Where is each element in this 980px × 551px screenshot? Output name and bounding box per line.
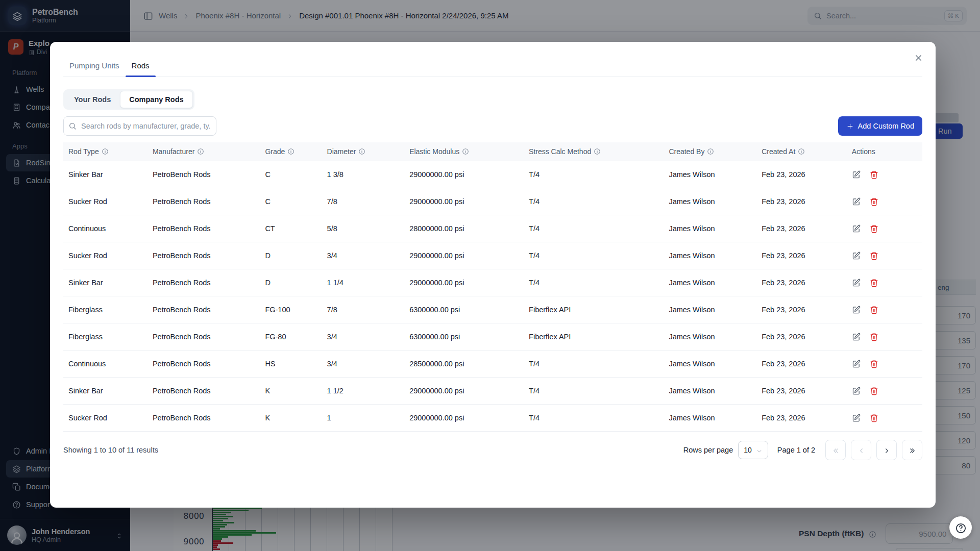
column-header-actions: Actions bbox=[847, 142, 922, 161]
delete-rod-button[interactable] bbox=[870, 169, 878, 180]
tab-pumping-units[interactable]: Pumping Units bbox=[63, 61, 126, 77]
info-icon bbox=[459, 147, 469, 156]
cell-stress_calc: T/4 bbox=[524, 242, 664, 269]
cell-created_at: Feb 23, 2026 bbox=[756, 242, 847, 269]
delete-rod-button[interactable] bbox=[870, 386, 878, 396]
rows-per-page-label: Rows per page bbox=[683, 446, 733, 454]
edit-rod-button[interactable] bbox=[852, 251, 861, 261]
rods-scope-toggle: Your Rods Company Rods bbox=[63, 89, 194, 110]
cell-created_at: Feb 23, 2026 bbox=[756, 350, 847, 378]
equipment-modal: Pumping Units Rods Your Rods Company Rod… bbox=[50, 42, 936, 508]
cell-grade: CT bbox=[260, 215, 322, 242]
cell-created_by: James Wilson bbox=[664, 242, 756, 269]
column-header-created-by: Created By bbox=[664, 142, 756, 161]
first-page-button[interactable] bbox=[825, 440, 846, 460]
cell-grade: FG-80 bbox=[260, 323, 322, 350]
close-icon bbox=[914, 52, 923, 63]
table-row: Sinker BarPetroBench RodsK1 1/229000000.… bbox=[63, 378, 922, 405]
cell-created_at: Feb 23, 2026 bbox=[756, 378, 847, 405]
edit-rod-button[interactable] bbox=[852, 278, 861, 288]
last-page-button[interactable] bbox=[902, 440, 922, 460]
info-icon bbox=[285, 147, 295, 156]
cell-created_by: James Wilson bbox=[664, 405, 756, 432]
delete-rod-button[interactable] bbox=[870, 305, 878, 315]
cell-elastic_modulus: 29000000.00 psi bbox=[404, 188, 524, 215]
edit-rod-button[interactable] bbox=[852, 169, 861, 180]
info-icon bbox=[99, 147, 109, 156]
cell-rod_type: Sucker Rod bbox=[63, 405, 148, 432]
table-row: Sucker RodPetroBench RodsC7/829000000.00… bbox=[63, 188, 922, 215]
edit-rod-button[interactable] bbox=[852, 196, 861, 207]
delete-rod-button[interactable] bbox=[870, 278, 878, 288]
edit-rod-button[interactable] bbox=[852, 413, 861, 423]
cell-created_at: Feb 23, 2026 bbox=[756, 269, 847, 296]
edit-rod-button[interactable] bbox=[852, 305, 861, 315]
subtab-your-rods[interactable]: Your Rods bbox=[65, 91, 120, 108]
delete-rod-button[interactable] bbox=[870, 251, 878, 261]
subtab-company-rods[interactable]: Company Rods bbox=[120, 91, 192, 108]
page-indicator: Page 1 of 2 bbox=[777, 446, 815, 454]
delete-rod-button[interactable] bbox=[870, 332, 878, 342]
cell-rod_type: Fiberglass bbox=[63, 296, 148, 323]
rod-search-input[interactable] bbox=[63, 116, 216, 136]
cell-grade: FG-100 bbox=[260, 296, 322, 323]
cell-manufacturer: PetroBench Rods bbox=[148, 161, 260, 188]
cell-manufacturer: PetroBench Rods bbox=[148, 378, 260, 405]
column-header-elastic-modulus: Elastic Modulus bbox=[404, 142, 524, 161]
next-page-button[interactable] bbox=[876, 440, 897, 460]
previous-page-button[interactable] bbox=[851, 440, 871, 460]
delete-rod-button[interactable] bbox=[870, 413, 878, 423]
close-button[interactable] bbox=[912, 50, 925, 65]
cell-grade: C bbox=[260, 188, 322, 215]
edit-rod-button[interactable] bbox=[852, 223, 861, 234]
table-row: ContinuousPetroBench RodsHS3/428500000.0… bbox=[63, 350, 922, 378]
edit-rod-button[interactable] bbox=[852, 359, 861, 369]
cell-diameter: 7/8 bbox=[322, 296, 405, 323]
cell-stress_calc: T/4 bbox=[524, 161, 664, 188]
chevron-down-icon bbox=[756, 447, 763, 454]
cell-actions bbox=[847, 323, 922, 350]
delete-rod-button[interactable] bbox=[870, 359, 878, 369]
cell-diameter: 5/8 bbox=[322, 215, 405, 242]
cell-stress_calc: T/4 bbox=[524, 378, 664, 405]
cell-stress_calc: T/4 bbox=[524, 215, 664, 242]
cell-rod_type: Sinker Bar bbox=[63, 378, 148, 405]
cell-rod_type: Continuous bbox=[63, 215, 148, 242]
cell-elastic_modulus: 29000000.00 psi bbox=[404, 405, 524, 432]
cell-rod_type: Sucker Rod bbox=[63, 188, 148, 215]
cell-diameter: 1 bbox=[322, 405, 405, 432]
cell-rod_type: Sucker Rod bbox=[63, 242, 148, 269]
edit-rod-button[interactable] bbox=[852, 332, 861, 342]
delete-rod-button[interactable] bbox=[870, 196, 878, 207]
plus-icon bbox=[846, 122, 854, 131]
cell-actions bbox=[847, 242, 922, 269]
cell-manufacturer: PetroBench Rods bbox=[148, 323, 260, 350]
rows-per-page-value: 10 bbox=[744, 446, 752, 454]
tab-rods[interactable]: Rods bbox=[126, 61, 156, 77]
cell-stress_calc: Fiberflex API bbox=[524, 323, 664, 350]
add-custom-rod-button[interactable]: Add Custom Rod bbox=[838, 116, 922, 136]
cell-actions bbox=[847, 350, 922, 378]
help-button[interactable] bbox=[949, 516, 972, 539]
cell-grade: D bbox=[260, 242, 322, 269]
cell-manufacturer: PetroBench Rods bbox=[148, 188, 260, 215]
cell-elastic_modulus: 28000000.00 psi bbox=[404, 215, 524, 242]
cell-grade: K bbox=[260, 378, 322, 405]
rod-search bbox=[63, 116, 216, 136]
cell-stress_calc: T/4 bbox=[524, 269, 664, 296]
cell-grade: K bbox=[260, 405, 322, 432]
cell-created_at: Feb 23, 2026 bbox=[756, 296, 847, 323]
edit-rod-button[interactable] bbox=[852, 386, 861, 396]
table-row: Sucker RodPetroBench RodsK129000000.00 p… bbox=[63, 405, 922, 432]
info-icon bbox=[194, 147, 204, 156]
cell-diameter: 7/8 bbox=[322, 188, 405, 215]
cell-stress_calc: Fiberflex API bbox=[524, 296, 664, 323]
cell-created_by: James Wilson bbox=[664, 378, 756, 405]
delete-rod-button[interactable] bbox=[870, 223, 878, 234]
cell-diameter: 3/4 bbox=[322, 350, 405, 378]
info-icon bbox=[704, 147, 714, 156]
cell-stress_calc: T/4 bbox=[524, 350, 664, 378]
table-row: FiberglassPetroBench RodsFG-1007/8630000… bbox=[63, 296, 922, 323]
rows-per-page-select[interactable]: 10 bbox=[738, 441, 768, 459]
cell-actions bbox=[847, 188, 922, 215]
